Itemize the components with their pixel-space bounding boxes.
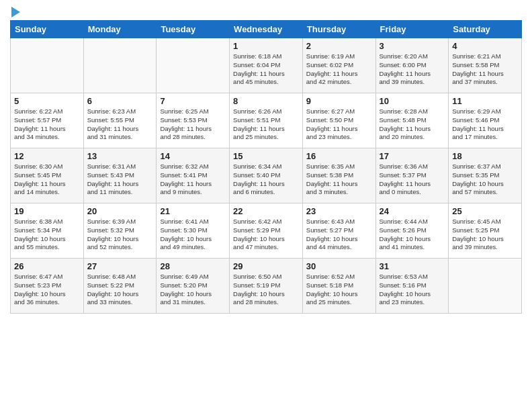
day-info: Sunrise: 6:42 AM Sunset: 5:29 PM Dayligh… xyxy=(233,218,299,252)
day-number: 6 xyxy=(87,96,153,106)
calendar-week-2: 12Sunrise: 6:30 AM Sunset: 5:45 PM Dayli… xyxy=(11,148,522,203)
day-number: 31 xyxy=(380,261,445,271)
calendar-cell xyxy=(83,38,157,93)
calendar-cell: 6Sunrise: 6:23 AM Sunset: 5:55 PM Daylig… xyxy=(83,93,157,148)
day-number: 25 xyxy=(452,206,518,216)
day-number: 28 xyxy=(160,261,226,271)
calendar-week-1: 5Sunrise: 6:22 AM Sunset: 5:57 PM Daylig… xyxy=(11,93,522,148)
day-info: Sunrise: 6:53 AM Sunset: 5:16 PM Dayligh… xyxy=(380,273,445,307)
calendar-cell: 22Sunrise: 6:42 AM Sunset: 5:29 PM Dayli… xyxy=(230,203,303,259)
day-number: 1 xyxy=(233,41,299,51)
day-number: 12 xyxy=(14,151,80,161)
calendar-cell: 26Sunrise: 6:47 AM Sunset: 5:23 PM Dayli… xyxy=(11,259,84,314)
day-number: 4 xyxy=(452,41,518,51)
day-number: 14 xyxy=(160,151,226,161)
day-info: Sunrise: 6:32 AM Sunset: 5:41 PM Dayligh… xyxy=(160,163,226,197)
day-info: Sunrise: 6:50 AM Sunset: 5:19 PM Dayligh… xyxy=(233,273,299,307)
day-info: Sunrise: 6:38 AM Sunset: 5:34 PM Dayligh… xyxy=(14,218,80,252)
day-number: 23 xyxy=(306,206,372,216)
calendar-cell: 20Sunrise: 6:39 AM Sunset: 5:32 PM Dayli… xyxy=(83,203,157,259)
calendar-cell: 4Sunrise: 6:21 AM Sunset: 5:58 PM Daylig… xyxy=(449,38,522,93)
day-info: Sunrise: 6:26 AM Sunset: 5:51 PM Dayligh… xyxy=(233,107,299,142)
day-info: Sunrise: 6:31 AM Sunset: 5:43 PM Dayligh… xyxy=(87,163,153,197)
page: SundayMondayTuesdayWednesdayThursdayFrid… xyxy=(0,0,532,411)
calendar: SundayMondayTuesdayWednesdayThursdayFrid… xyxy=(10,20,522,314)
day-number: 19 xyxy=(14,206,80,216)
col-header-wednesday: Wednesday xyxy=(230,21,303,38)
day-info: Sunrise: 6:35 AM Sunset: 5:38 PM Dayligh… xyxy=(306,163,372,197)
calendar-cell: 7Sunrise: 6:25 AM Sunset: 5:53 PM Daylig… xyxy=(157,93,230,148)
day-number: 9 xyxy=(306,96,372,106)
calendar-cell: 23Sunrise: 6:43 AM Sunset: 5:27 PM Dayli… xyxy=(302,203,375,259)
day-number: 20 xyxy=(87,206,153,216)
day-info: Sunrise: 6:44 AM Sunset: 5:26 PM Dayligh… xyxy=(380,218,445,252)
day-number: 30 xyxy=(306,261,372,271)
day-number: 11 xyxy=(452,96,518,106)
calendar-cell: 15Sunrise: 6:34 AM Sunset: 5:40 PM Dayli… xyxy=(230,148,303,203)
day-info: Sunrise: 6:47 AM Sunset: 5:23 PM Dayligh… xyxy=(14,273,80,307)
calendar-cell: 19Sunrise: 6:38 AM Sunset: 5:34 PM Dayli… xyxy=(11,203,84,259)
day-number: 29 xyxy=(233,261,299,271)
calendar-cell xyxy=(11,38,84,93)
calendar-cell: 3Sunrise: 6:20 AM Sunset: 6:00 PM Daylig… xyxy=(375,38,449,93)
day-info: Sunrise: 6:39 AM Sunset: 5:32 PM Dayligh… xyxy=(87,218,153,252)
calendar-cell: 29Sunrise: 6:50 AM Sunset: 5:19 PM Dayli… xyxy=(230,259,303,314)
col-header-sunday: Sunday xyxy=(11,21,84,38)
logo-triangle-icon xyxy=(11,7,20,17)
day-number: 2 xyxy=(306,41,372,51)
calendar-cell: 24Sunrise: 6:44 AM Sunset: 5:26 PM Dayli… xyxy=(375,203,449,259)
day-info: Sunrise: 6:43 AM Sunset: 5:27 PM Dayligh… xyxy=(306,218,372,252)
day-info: Sunrise: 6:37 AM Sunset: 5:35 PM Dayligh… xyxy=(452,163,518,197)
calendar-week-3: 19Sunrise: 6:38 AM Sunset: 5:34 PM Dayli… xyxy=(11,203,522,259)
calendar-cell: 10Sunrise: 6:28 AM Sunset: 5:48 PM Dayli… xyxy=(375,93,449,148)
calendar-cell: 28Sunrise: 6:49 AM Sunset: 5:20 PM Dayli… xyxy=(157,259,230,314)
calendar-cell xyxy=(157,38,230,93)
day-info: Sunrise: 6:48 AM Sunset: 5:22 PM Dayligh… xyxy=(87,273,153,307)
day-number: 8 xyxy=(233,96,299,106)
day-info: Sunrise: 6:49 AM Sunset: 5:20 PM Dayligh… xyxy=(160,273,226,307)
calendar-cell: 11Sunrise: 6:29 AM Sunset: 5:46 PM Dayli… xyxy=(449,93,522,148)
day-number: 21 xyxy=(160,206,226,216)
day-info: Sunrise: 6:27 AM Sunset: 5:50 PM Dayligh… xyxy=(306,107,372,142)
calendar-week-0: 1Sunrise: 6:18 AM Sunset: 6:04 PM Daylig… xyxy=(11,38,522,93)
day-number: 15 xyxy=(233,151,299,161)
day-number: 26 xyxy=(14,261,80,271)
col-header-friday: Friday xyxy=(375,21,449,38)
col-header-saturday: Saturday xyxy=(449,21,522,38)
calendar-cell: 1Sunrise: 6:18 AM Sunset: 6:04 PM Daylig… xyxy=(230,38,303,93)
calendar-cell: 18Sunrise: 6:37 AM Sunset: 5:35 PM Dayli… xyxy=(449,148,522,203)
day-info: Sunrise: 6:45 AM Sunset: 5:25 PM Dayligh… xyxy=(452,218,518,252)
col-header-thursday: Thursday xyxy=(302,21,375,38)
calendar-cell: 14Sunrise: 6:32 AM Sunset: 5:41 PM Dayli… xyxy=(157,148,230,203)
day-info: Sunrise: 6:19 AM Sunset: 6:02 PM Dayligh… xyxy=(306,52,372,87)
day-info: Sunrise: 6:29 AM Sunset: 5:46 PM Dayligh… xyxy=(452,107,518,142)
day-number: 18 xyxy=(452,151,518,161)
calendar-cell: 31Sunrise: 6:53 AM Sunset: 5:16 PM Dayli… xyxy=(375,259,449,314)
calendar-cell: 16Sunrise: 6:35 AM Sunset: 5:38 PM Dayli… xyxy=(302,148,375,203)
calendar-cell: 8Sunrise: 6:26 AM Sunset: 5:51 PM Daylig… xyxy=(230,93,303,148)
day-info: Sunrise: 6:21 AM Sunset: 5:58 PM Dayligh… xyxy=(452,52,518,87)
header xyxy=(10,7,522,15)
day-number: 13 xyxy=(87,151,153,161)
logo xyxy=(10,7,20,15)
calendar-cell: 17Sunrise: 6:36 AM Sunset: 5:37 PM Dayli… xyxy=(375,148,449,203)
calendar-week-4: 26Sunrise: 6:47 AM Sunset: 5:23 PM Dayli… xyxy=(11,259,522,314)
day-info: Sunrise: 6:36 AM Sunset: 5:37 PM Dayligh… xyxy=(380,163,445,197)
calendar-cell: 27Sunrise: 6:48 AM Sunset: 5:22 PM Dayli… xyxy=(83,259,157,314)
day-info: Sunrise: 6:34 AM Sunset: 5:40 PM Dayligh… xyxy=(233,163,299,197)
day-number: 10 xyxy=(380,96,445,106)
day-info: Sunrise: 6:22 AM Sunset: 5:57 PM Dayligh… xyxy=(14,107,80,142)
day-number: 17 xyxy=(380,151,445,161)
calendar-cell: 5Sunrise: 6:22 AM Sunset: 5:57 PM Daylig… xyxy=(11,93,84,148)
day-info: Sunrise: 6:41 AM Sunset: 5:30 PM Dayligh… xyxy=(160,218,226,252)
day-info: Sunrise: 6:30 AM Sunset: 5:45 PM Dayligh… xyxy=(14,163,80,197)
calendar-cell: 21Sunrise: 6:41 AM Sunset: 5:30 PM Dayli… xyxy=(157,203,230,259)
day-info: Sunrise: 6:25 AM Sunset: 5:53 PM Dayligh… xyxy=(160,107,226,142)
calendar-cell: 2Sunrise: 6:19 AM Sunset: 6:02 PM Daylig… xyxy=(302,38,375,93)
col-header-tuesday: Tuesday xyxy=(157,21,230,38)
calendar-cell: 12Sunrise: 6:30 AM Sunset: 5:45 PM Dayli… xyxy=(11,148,84,203)
day-info: Sunrise: 6:28 AM Sunset: 5:48 PM Dayligh… xyxy=(380,107,445,142)
day-number: 3 xyxy=(380,41,445,51)
day-number: 27 xyxy=(87,261,153,271)
calendar-cell: 13Sunrise: 6:31 AM Sunset: 5:43 PM Dayli… xyxy=(83,148,157,203)
